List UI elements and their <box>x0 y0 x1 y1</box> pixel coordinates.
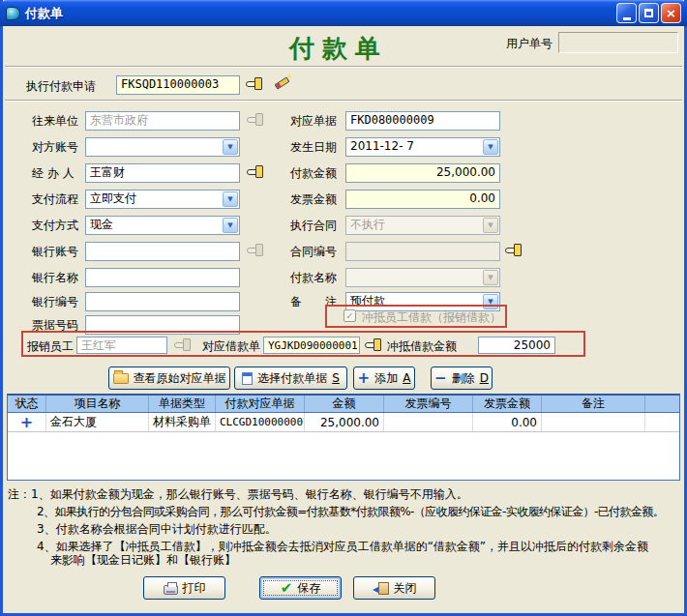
cell-filler <box>645 413 679 431</box>
counterpart-account-combo[interactable]: ▼ <box>85 137 240 157</box>
offset-amount-label: 冲抵借款金额 <box>387 339 457 353</box>
chevron-down-icon[interactable]: ▼ <box>223 139 238 155</box>
payment-name-combo: ▼ <box>345 268 500 287</box>
close-form-button[interactable]: 关闭 <box>353 576 435 600</box>
cell-amount[interactable]: 25,000.00 <box>305 413 384 431</box>
bank-name-input[interactable] <box>85 268 240 287</box>
note-line-3: 3、付款名称会根据合同中计划付款进行匹配。 <box>37 522 277 536</box>
counterpart-unit-input: 东营市政府 <box>85 111 240 131</box>
edit-pen-icon[interactable] <box>273 74 292 91</box>
col-header-invoice-amount[interactable]: 发票金额 <box>473 396 542 412</box>
button-label: 选择付款单据 <box>257 370 327 387</box>
combo-value: 立即支付 <box>90 191 136 205</box>
row-expand-plus-icon[interactable]: + <box>20 415 33 430</box>
print-button[interactable]: 打印 <box>143 576 225 600</box>
plus-icon: + <box>358 371 371 386</box>
cell-doc-type[interactable]: 材料采购单 <box>149 413 216 431</box>
payment-amount-input[interactable]: 25,000.00 <box>345 163 500 183</box>
col-header-invoice-no[interactable]: 发票编号 <box>384 396 473 412</box>
col-header-pay-doc[interactable]: 付款对应单据 <box>216 396 305 412</box>
window-controls: × <box>616 3 681 23</box>
bank-account-label: 银行账号 <box>32 245 78 258</box>
col-header-project[interactable]: 项目名称 <box>46 396 149 412</box>
contract-no-input <box>345 242 500 261</box>
chevron-down-icon[interactable]: ▼ <box>483 139 498 155</box>
delete-button[interactable]: − 删除D <box>431 367 493 390</box>
col-header-filler <box>645 396 679 412</box>
app-icon <box>6 7 20 20</box>
payment-method-combo[interactable]: 现金 ▼ <box>85 216 240 235</box>
chevron-down-icon[interactable]: ▼ <box>223 191 238 207</box>
offset-loan-checkbox: ✓ <box>344 309 356 322</box>
bank-lookup-hand-icon <box>247 244 264 257</box>
accesskey: A <box>403 371 410 385</box>
maximize-icon <box>644 9 653 17</box>
loan-doc-label: 对应借款单 <box>202 339 260 353</box>
cell-pay-doc[interactable]: CLCGD100000007 <box>216 413 305 431</box>
button-label: 打印 <box>183 580 206 597</box>
note-line-5: 来影响【现金日记账】和【银行账】 <box>50 553 236 567</box>
bank-account-input[interactable] <box>85 242 240 261</box>
button-label: 关闭 <box>394 580 417 597</box>
loan-doc-input[interactable]: YGJKD090000001 <box>263 337 360 354</box>
note-line-4: 4、如果选择了【冲抵员工借款】，则冲抵金额会去抵消对应员工借款单据的“借款金额”… <box>37 540 648 553</box>
chevron-down-icon: ▼ <box>483 218 498 233</box>
bank-code-input[interactable] <box>85 292 240 311</box>
bill-number-label: 票据号码 <box>32 318 78 332</box>
save-button[interactable]: ✔ 保存 <box>259 576 342 600</box>
close-button[interactable]: × <box>661 3 681 23</box>
col-header-doc-type[interactable]: 单据类型 <box>149 396 216 412</box>
invoice-amount-input[interactable]: 0.00 <box>345 190 500 209</box>
chevron-down-icon[interactable]: ▼ <box>223 218 238 233</box>
payment-flow-combo[interactable]: 立即支付 ▼ <box>85 190 240 209</box>
counterpart-unit-label: 往来单位 <box>32 114 78 128</box>
exec-lookup-hand-icon[interactable] <box>246 77 263 91</box>
window-title: 付款单 <box>25 5 612 22</box>
page-title: 付款单 <box>289 32 388 66</box>
exec-request-label: 执行付款申请 <box>26 79 96 93</box>
title-bar: 付款单 × <box>0 0 687 26</box>
offset-loan-checkbox-label: 冲抵员工借款（报销借款） <box>362 310 501 324</box>
employee-lookup-hand-icon <box>174 338 192 352</box>
col-header-remark[interactable]: 备注 <box>542 396 645 412</box>
maximize-button[interactable] <box>639 3 659 23</box>
ref-document-input[interactable]: FKD080000009 <box>345 111 500 131</box>
invoice-amount-label: 发票金额 <box>290 192 337 206</box>
occur-date-label: 发生日期 <box>290 140 337 154</box>
close-icon: × <box>666 6 676 20</box>
loan-lookup-hand-icon[interactable] <box>365 338 382 352</box>
cell-invoice-no[interactable] <box>384 413 473 431</box>
minimize-icon <box>623 17 631 20</box>
button-label: 添加 <box>374 370 398 387</box>
minimize-button[interactable] <box>616 3 637 23</box>
exit-door-icon <box>378 582 389 595</box>
accesskey: S <box>332 371 340 385</box>
table-header-row: 状态 项目名称 单据类型 付款对应单据 金额 发票编号 发票金额 备注 <box>8 396 679 413</box>
cell-status[interactable]: + <box>8 413 46 431</box>
documents-table: 状态 项目名称 单据类型 付款对应单据 金额 发票编号 发票金额 备注 + 金石… <box>7 394 680 481</box>
offset-amount-input[interactable]: 25000 <box>478 337 555 354</box>
contract-lookup-hand-icon[interactable] <box>505 244 523 257</box>
payment-flow-label: 支付流程 <box>32 192 78 206</box>
handler-input[interactable]: 王富财 <box>85 163 240 183</box>
add-button[interactable]: + 添加A <box>353 367 415 390</box>
cell-invoice-amount[interactable]: 0.00 <box>473 413 542 431</box>
select-payment-doc-button[interactable]: 选择付款单据S <box>234 367 347 390</box>
table-row[interactable]: + 金石大厦 材料采购单 CLCGD100000007 25,000.00 0.… <box>8 413 679 432</box>
exec-request-input[interactable]: FKSQD110000003 <box>116 75 240 95</box>
occur-date-combo[interactable]: 2011-12- 7 ▼ <box>345 137 500 157</box>
cell-project[interactable]: 金石大厦 <box>46 413 149 431</box>
col-header-amount[interactable]: 金额 <box>305 396 384 412</box>
user-no-field[interactable] <box>558 32 678 53</box>
handler-lookup-hand-icon[interactable] <box>247 165 264 179</box>
col-header-status[interactable]: 状态 <box>8 396 46 412</box>
minus-icon: − <box>434 371 447 386</box>
combo-value: 2011-12- 7 <box>350 139 414 153</box>
document-icon <box>242 372 253 385</box>
payment-method-label: 支付方式 <box>32 219 78 232</box>
bank-code-label: 银行编号 <box>32 295 78 308</box>
accesskey: D <box>480 371 489 385</box>
cell-remark[interactable] <box>542 413 645 431</box>
counterpart-lookup-hand-icon <box>247 113 264 127</box>
view-original-doc-button[interactable]: 查看原始对应单据 <box>108 367 230 390</box>
